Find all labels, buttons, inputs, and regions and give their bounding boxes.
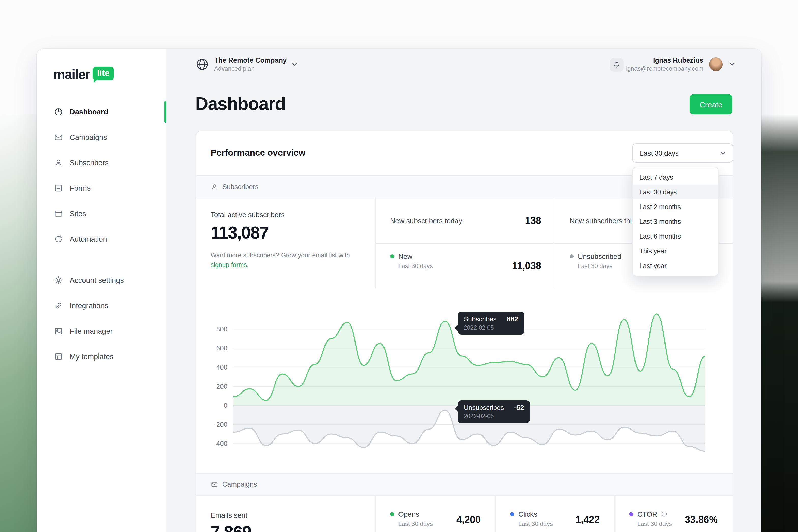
blue-dot bbox=[510, 512, 514, 516]
logo-badge: lite bbox=[93, 66, 114, 80]
chevron-down-icon bbox=[292, 63, 297, 66]
section-label: Subscribers bbox=[222, 183, 259, 191]
signup-forms-link[interactable]: signup forms. bbox=[211, 262, 249, 268]
avatar[interactable] bbox=[709, 57, 723, 71]
stat-sublabel: Last 30 days bbox=[398, 263, 433, 269]
company-name: The Remote Company bbox=[214, 56, 287, 65]
svg-text:400: 400 bbox=[216, 363, 227, 371]
primary-nav: Dashboard Campaigns Subscribers Forms bbox=[37, 99, 166, 252]
opens-cell: Opens Last 30 days 4,200 bbox=[375, 496, 496, 532]
tooltip-value: -52 bbox=[514, 404, 524, 412]
emails-sent-cell: Emails sent 7,869 bbox=[196, 496, 375, 532]
purple-dot bbox=[629, 512, 633, 516]
sidebar-item-sites[interactable]: Sites bbox=[37, 201, 166, 226]
chevron-down-icon[interactable] bbox=[729, 62, 735, 66]
envelope-icon bbox=[211, 481, 218, 488]
clicks-cell: Clicks Last 30 days 1,422 bbox=[495, 496, 615, 532]
sidebar-item-label: Automation bbox=[70, 235, 107, 243]
stat-label: New subscribers today bbox=[390, 217, 462, 225]
stat-label: Emails sent bbox=[211, 511, 247, 519]
sidebar-item-label: Forms bbox=[70, 184, 91, 192]
secondary-nav: Account settings Integrations File manag… bbox=[37, 267, 166, 369]
dropdown-option[interactable]: Last 3 months bbox=[633, 214, 718, 229]
create-button[interactable]: Create bbox=[690, 94, 733, 114]
stat-sublabel: Last 30 days bbox=[518, 520, 553, 528]
info-icon[interactable] bbox=[662, 511, 667, 517]
notifications-button[interactable] bbox=[610, 58, 624, 72]
dropdown-option[interactable]: Last 2 months bbox=[633, 200, 718, 214]
user-email: ignas@remotecompany.com bbox=[626, 65, 703, 73]
ctor-cell: CTOR Last 30 days 33.86% bbox=[614, 496, 733, 532]
svg-text:600: 600 bbox=[216, 344, 227, 352]
sidebar-item-label: Sites bbox=[70, 210, 86, 218]
sidebar-item-subscribers[interactable]: Subscribers bbox=[37, 150, 166, 175]
chevron-down-icon bbox=[720, 151, 726, 155]
gray-dot bbox=[570, 254, 574, 259]
promo-text: Want more subscribers? Grow your email l… bbox=[211, 251, 364, 270]
stat-sublabel: Last 30 days bbox=[637, 520, 672, 528]
page-title: Dashboard bbox=[195, 94, 286, 114]
performance-overview-card: Performance overview Last 30 days Subscr… bbox=[196, 131, 734, 532]
stat-label: CTOR bbox=[637, 510, 658, 518]
svg-text:-400: -400 bbox=[214, 440, 227, 447]
new-subscribers-cell: New Last 30 days 11,038 bbox=[375, 243, 555, 288]
total-subscribers-value: 113,087 bbox=[211, 223, 364, 243]
stat-label: Clicks bbox=[518, 510, 537, 518]
sidebar-item-forms[interactable]: Forms bbox=[37, 175, 166, 201]
sidebar-item-account-settings[interactable]: Account settings bbox=[37, 267, 166, 293]
page: mailer lite Dashboard Campaigns Subscrib… bbox=[0, 0, 798, 532]
globe-icon bbox=[195, 58, 209, 72]
sidebar-item-dashboard[interactable]: Dashboard bbox=[37, 99, 166, 125]
sidebar-item-label: Subscribers bbox=[70, 159, 109, 167]
chart-tooltip-unsubscribes: Unsubscribes -52 2022-02-05 bbox=[458, 400, 530, 423]
sidebar-item-label: My templates bbox=[70, 353, 113, 361]
date-range-select[interactable]: Last 30 days bbox=[632, 144, 734, 163]
dropdown-option[interactable]: This year bbox=[633, 244, 718, 259]
sidebar-item-label: Integrations bbox=[70, 302, 108, 310]
sidebar-item-my-templates[interactable]: My templates bbox=[37, 344, 166, 369]
sidebar-item-file-manager[interactable]: File manager bbox=[37, 318, 166, 344]
user-menu[interactable]: Ignas Rubezius ignas@remotecompany.com bbox=[626, 56, 703, 73]
stat-sublabel: Last 30 days bbox=[398, 520, 433, 528]
dropdown-option-selected[interactable]: Last 30 days bbox=[633, 185, 718, 200]
sidebar-item-campaigns[interactable]: Campaigns bbox=[37, 125, 166, 150]
green-dot bbox=[390, 512, 394, 516]
person-icon bbox=[211, 183, 218, 191]
tooltip-date: 2022-02-05 bbox=[464, 413, 524, 419]
green-dot bbox=[390, 254, 394, 259]
tooltip-series: Unsubscribes bbox=[464, 404, 504, 412]
template-icon bbox=[54, 352, 63, 361]
svg-text:800: 800 bbox=[216, 325, 227, 333]
bell-icon bbox=[613, 61, 621, 69]
mailerlite-logo[interactable]: mailer lite bbox=[53, 66, 114, 82]
active-indicator bbox=[164, 101, 166, 122]
svg-text:0: 0 bbox=[224, 401, 227, 409]
sidebar-item-label: Account settings bbox=[70, 276, 124, 284]
chart-tooltip-subscribes: Subscribes 882 2022-02-05 bbox=[458, 312, 525, 335]
subscribers-icon bbox=[54, 158, 63, 167]
sidebar-item-integrations[interactable]: Integrations bbox=[37, 293, 166, 318]
total-subscribers-block: Total active subscribers 113,087 Want mo… bbox=[211, 211, 364, 270]
dropdown-option[interactable]: Last year bbox=[633, 259, 718, 273]
stat-label: Opens bbox=[398, 510, 419, 518]
dropdown-option[interactable]: Last 6 months bbox=[633, 229, 718, 244]
svg-text:200: 200 bbox=[216, 382, 227, 390]
sidebar: mailer lite Dashboard Campaigns Subscrib… bbox=[37, 49, 167, 532]
gear-icon bbox=[54, 276, 63, 285]
card-title: Performance overview bbox=[211, 148, 306, 158]
campaign-stats: Emails sent 7,869 Opens Last 30 days 4,2… bbox=[196, 496, 733, 532]
decorative-dark-texture bbox=[758, 114, 798, 532]
sidebar-item-label: Campaigns bbox=[70, 133, 107, 141]
user-name: Ignas Rubezius bbox=[626, 56, 703, 65]
total-subscribers-label: Total active subscribers bbox=[211, 211, 364, 219]
automation-icon bbox=[54, 234, 63, 244]
tooltip-date: 2022-02-05 bbox=[464, 324, 518, 330]
tooltip-series: Subscribes bbox=[464, 315, 497, 323]
app-window: mailer lite Dashboard Campaigns Subscrib… bbox=[37, 49, 761, 532]
dropdown-option[interactable]: Last 7 days bbox=[633, 170, 718, 185]
date-range-value: Last 30 days bbox=[640, 149, 679, 157]
sidebar-item-automation[interactable]: Automation bbox=[37, 226, 166, 252]
company-switcher[interactable]: The Remote Company Advanced plan bbox=[195, 56, 297, 73]
image-icon bbox=[54, 326, 63, 336]
sites-icon bbox=[54, 209, 63, 218]
